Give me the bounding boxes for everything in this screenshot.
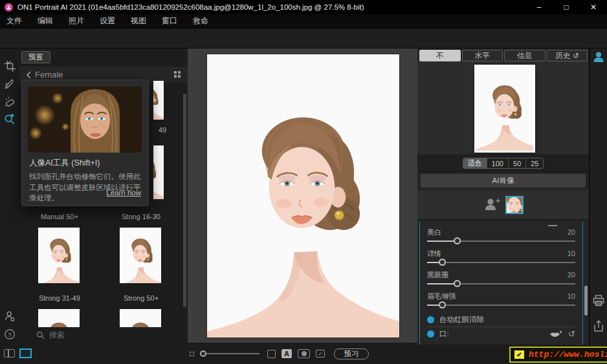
menu-view[interactable]: 视图	[131, 16, 146, 27]
navigator-thumbnail[interactable]	[474, 65, 535, 153]
crop-tool-icon[interactable]	[4, 60, 16, 72]
toggle-label: 口:	[439, 329, 449, 339]
slider-track[interactable]	[427, 301, 575, 310]
menu-photo[interactable]: 照片	[69, 16, 84, 27]
watermark-url: http://www.hoslin.cn/	[529, 350, 607, 359]
perfect-eraser-tool-icon[interactable]	[4, 96, 16, 108]
nav-fit-button[interactable]: 适合	[463, 158, 487, 168]
nav-25-button[interactable]: 25	[525, 158, 543, 168]
menu-file[interactable]: 文件	[6, 16, 22, 27]
preset-thumbnail-partial[interactable]	[153, 145, 164, 199]
minimize-button[interactable]: –	[525, 0, 553, 14]
slider-value: 20	[568, 228, 575, 236]
portrait-ai-face-tool-icon[interactable]	[4, 113, 16, 125]
toggle-on-icon[interactable]	[427, 330, 434, 337]
tool-rail: ?	[0, 48, 19, 364]
slider-detail: 详情 10	[427, 249, 575, 270]
tooltip-description: 找到面孔并自动修饰它们。使用此工具也可以调整皮肤区域以进行平滑处理。	[29, 171, 144, 204]
user-account-icon[interactable]	[592, 50, 605, 63]
slider-track[interactable]	[427, 237, 575, 246]
slider-handle[interactable]	[439, 259, 446, 266]
ai-tool-tooltip: 人像AI工具 (Shift+I) 找到面孔并自动修饰它们。使用此工具也可以调整皮…	[21, 80, 149, 206]
slider-value: 10	[568, 292, 575, 300]
window-controls: – □ ✕	[525, 0, 607, 14]
add-face-icon[interactable]	[483, 197, 500, 213]
detected-faces-row	[417, 190, 589, 220]
print-icon[interactable]	[592, 294, 605, 307]
preset-thumbnail-partial[interactable]	[153, 81, 164, 120]
tab-levels[interactable]: 水平	[462, 50, 503, 61]
tab-none[interactable]: 不	[419, 50, 461, 61]
right-panel: 不 水平 信息 历史↺ 适合 100 50 25 AI肖像	[417, 48, 589, 345]
maximize-button[interactable]: □	[553, 0, 580, 14]
pane-collapse-handle[interactable]	[427, 223, 575, 228]
slider-handle[interactable]	[439, 301, 446, 308]
slider-handle[interactable]	[200, 350, 206, 357]
navigator-zoom-row: 适合 100 50 25	[417, 155, 589, 172]
export-icon[interactable]	[592, 319, 605, 332]
tooltip-title: 人像AI工具 (Shift+I)	[29, 158, 100, 169]
presets-button[interactable]: 预置	[21, 51, 50, 63]
app-header: ON1 Portrait AI 2021 放大 27.53 ▾ 适合 100 5…	[0, 28, 607, 48]
preset-label: Strong 50+	[114, 294, 168, 302]
preview-button[interactable]: 预习	[334, 348, 369, 359]
title-bar: ON1 Portrait AI 2021 (01e4aa5bfd123ca801…	[0, 0, 607, 14]
menu-settings[interactable]: 设置	[100, 16, 115, 27]
presets-panel: 预置 Female 49 Manual 50+ Stong 16-30 Stro…	[19, 48, 188, 364]
slider-value: 20	[568, 271, 575, 279]
tab-history[interactable]: 历史↺	[547, 50, 588, 61]
navigator-zoom-group: 适合 100 50 25	[463, 158, 544, 169]
slider-handle[interactable]	[454, 280, 461, 287]
preset-search[interactable]: 搜索	[36, 330, 65, 341]
lips-add-icon[interactable]	[549, 330, 562, 337]
app-logo-icon	[5, 3, 13, 12]
slider-whitening: 美白 20	[427, 228, 575, 249]
on1-portrait-ai-window: ON1 Portrait AI 2021 (01e4aa5bfd123ca801…	[0, 0, 607, 364]
retouch-brush-tool-icon[interactable]	[4, 78, 16, 90]
photo-canvas[interactable]	[188, 48, 417, 343]
edited-photo[interactable]	[207, 54, 399, 337]
face-settings-pane: 美白 20 详情 10 黑眼圈 20	[419, 222, 583, 345]
slider-label: 美白	[427, 228, 441, 237]
slider-track[interactable]	[427, 279, 575, 288]
slider-value: 10	[568, 250, 575, 257]
help-icon[interactable]: ?	[4, 328, 16, 340]
chevron-left-icon[interactable]	[26, 71, 31, 79]
text-overlay-icon[interactable]: A	[281, 349, 292, 358]
nav-50-button[interactable]: 50	[508, 158, 525, 168]
close-button[interactable]: ✕	[580, 0, 607, 14]
menu-edit[interactable]: 编辑	[38, 16, 53, 27]
menu-window[interactable]: 窗口	[162, 16, 177, 27]
grid-view-icon[interactable]	[174, 71, 181, 78]
face-thumbnail-selected[interactable]	[505, 196, 524, 214]
reset-icon[interactable]: ↺	[568, 329, 575, 339]
learn-how-link[interactable]: Learn how	[106, 189, 141, 197]
menu-bar: 文件 编辑 照片 设置 视图 窗口 救命	[0, 14, 607, 28]
slider-handle[interactable]	[454, 237, 461, 244]
no-overlay-icon[interactable]	[267, 350, 276, 358]
settings-scrollbar[interactable]	[584, 286, 588, 316]
tab-info[interactable]: 信息	[504, 50, 546, 61]
single-view-icon-active[interactable]	[19, 348, 32, 358]
preset-label: Manual 50+	[32, 213, 87, 220]
menu-help[interactable]: 救命	[193, 16, 208, 27]
thumbnail-size-slider[interactable]	[200, 350, 259, 358]
ai-portrait-button[interactable]: AI肖像	[421, 174, 586, 187]
preset-thumbnail-partial[interactable]	[120, 309, 161, 327]
checkbox-overlay-icon[interactable]: ✓	[316, 350, 325, 358]
mask-overlay-icon[interactable]	[298, 349, 310, 358]
toggle-on-icon[interactable]	[427, 316, 434, 323]
toggle-auto-redeye: 自动红眼消除	[427, 313, 575, 327]
action-rail	[589, 48, 607, 364]
preset-thumbnail[interactable]	[120, 228, 161, 283]
slider-label: 详情	[427, 249, 441, 259]
account-icon[interactable]	[4, 310, 16, 322]
split-view-icon[interactable]	[4, 349, 15, 358]
preset-thumbnail[interactable]	[38, 228, 80, 283]
preset-scrollbar[interactable]	[183, 94, 186, 307]
nav-100-button[interactable]: 100	[487, 158, 508, 168]
preset-thumbnail-partial[interactable]	[38, 309, 80, 327]
preset-label: Stong 16-30	[114, 213, 168, 220]
slider-track[interactable]	[427, 258, 575, 267]
search-input[interactable]: 搜索	[49, 330, 65, 341]
